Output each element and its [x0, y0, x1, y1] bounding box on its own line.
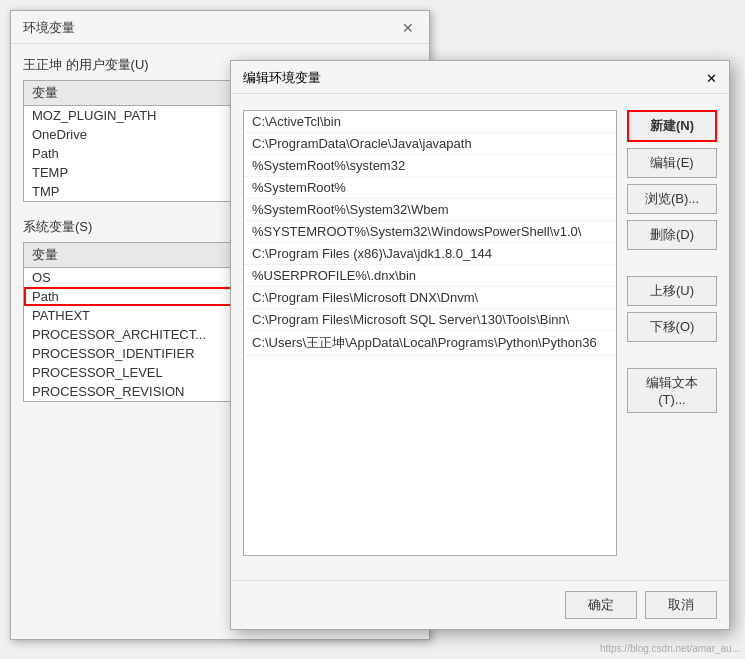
- watermark: https://blog.csdn.net/amar_au...: [600, 643, 740, 654]
- path-list-item[interactable]: C:\Program Files\Microsoft SQL Server\13…: [244, 309, 616, 331]
- path-list-wrapper: C:\ActiveTcl\binC:\ProgramData\Oracle\Ja…: [243, 110, 617, 556]
- new-button[interactable]: 新建(N): [627, 110, 717, 142]
- env-vars-titlebar: 环境变量 ✕: [11, 11, 429, 44]
- edit-env-footer: 确定 取消: [231, 580, 729, 629]
- edit-env-title: 编辑环境变量: [243, 69, 321, 87]
- path-list-item[interactable]: %SystemRoot%\System32\Wbem: [244, 199, 616, 221]
- env-vars-title: 环境变量: [23, 19, 75, 37]
- path-list: C:\ActiveTcl\binC:\ProgramData\Oracle\Ja…: [244, 111, 616, 356]
- move-up-button[interactable]: 上移(U): [627, 276, 717, 306]
- browse-button[interactable]: 浏览(B)...: [627, 184, 717, 214]
- delete-button[interactable]: 删除(D): [627, 220, 717, 250]
- path-list-item[interactable]: %SYSTEMROOT%\System32\WindowsPowerShell\…: [244, 221, 616, 243]
- env-vars-close-btn[interactable]: ✕: [399, 19, 417, 37]
- edit-env-dialog: 编辑环境变量 ✕ C:\ActiveTcl\binC:\ProgramData\…: [230, 60, 730, 630]
- edit-env-buttons: 新建(N) 编辑(E) 浏览(B)... 删除(D) 上移(U) 下移(O) 编…: [627, 110, 717, 556]
- edit-env-cancel-btn[interactable]: 取消: [645, 591, 717, 619]
- path-list-item[interactable]: C:\ActiveTcl\bin: [244, 111, 616, 133]
- path-list-item[interactable]: C:\Program Files (x86)\Java\jdk1.8.0_144: [244, 243, 616, 265]
- path-list-item[interactable]: %SystemRoot%: [244, 177, 616, 199]
- path-list-item[interactable]: %SystemRoot%\system32: [244, 155, 616, 177]
- path-list-item[interactable]: %USERPROFILE%\.dnx\bin: [244, 265, 616, 287]
- path-list-item[interactable]: C:\Users\王正坤\AppData\Local\Programs\Pyth…: [244, 331, 616, 356]
- edit-env-ok-btn[interactable]: 确定: [565, 591, 637, 619]
- edit-env-body: C:\ActiveTcl\binC:\ProgramData\Oracle\Ja…: [231, 94, 729, 572]
- edit-button[interactable]: 编辑(E): [627, 148, 717, 178]
- move-down-button[interactable]: 下移(O): [627, 312, 717, 342]
- edit-text-button[interactable]: 编辑文本(T)...: [627, 368, 717, 413]
- edit-env-titlebar: 编辑环境变量 ✕: [231, 61, 729, 94]
- edit-env-close-btn[interactable]: ✕: [706, 71, 717, 86]
- path-list-item[interactable]: C:\ProgramData\Oracle\Java\javapath: [244, 133, 616, 155]
- path-list-item[interactable]: C:\Program Files\Microsoft DNX\Dnvm\: [244, 287, 616, 309]
